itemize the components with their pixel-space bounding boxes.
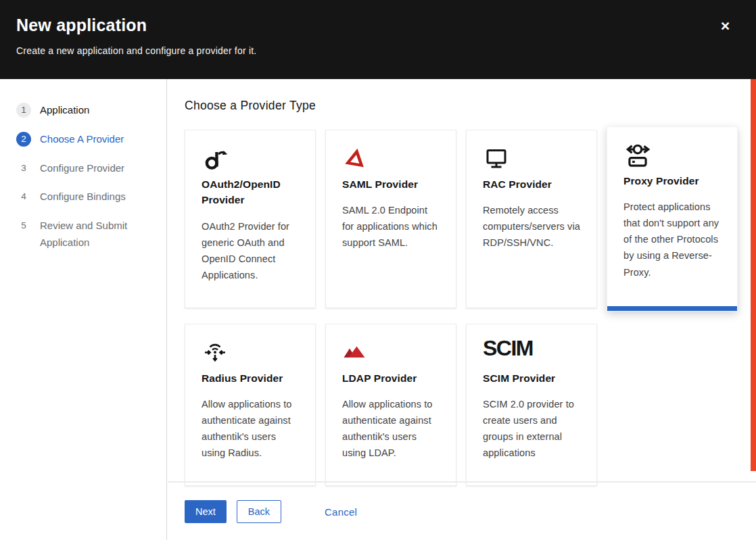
card-description: SAML 2.0 Endpoint for applications which… xyxy=(342,202,440,251)
openid-icon xyxy=(202,145,299,176)
provider-card-ldap[interactable]: LDAP Provider Allow applications to auth… xyxy=(325,324,456,486)
next-button[interactable]: Next xyxy=(185,500,227,523)
scim-wordmark-icon: SCIM xyxy=(483,339,580,370)
provider-card-rac[interactable]: RAC Provider Remotely access computers/s… xyxy=(466,130,597,308)
proxy-icon xyxy=(623,142,721,173)
section-heading: Choose a Provider Type xyxy=(185,99,751,113)
wizard-step-configure-provider[interactable]: 3 Configure Provider xyxy=(0,154,166,183)
provider-card-proxy[interactable]: Proxy Provider Protect applications that… xyxy=(607,126,738,312)
wizard-step-review-and-submit[interactable]: 5 Review and Submit Application xyxy=(0,212,166,257)
card-description: OAuth2 Provider for generic OAuth and Op… xyxy=(202,218,299,283)
step-number: 2 xyxy=(16,132,31,147)
step-label: Choose A Provider xyxy=(40,131,124,148)
step-number: 3 xyxy=(16,161,31,176)
modal-title: New application xyxy=(16,16,740,35)
step-label: Application xyxy=(40,102,89,119)
card-description: Allow applications to authenticate again… xyxy=(342,396,440,461)
wizard-step-choose-a-provider[interactable]: 2 Choose A Provider xyxy=(0,125,166,154)
new-application-wizard-modal: New application Create a new application… xyxy=(0,0,756,540)
radius-icon xyxy=(202,339,299,370)
card-title: OAuth2/OpenID Provider xyxy=(202,176,299,208)
provider-card-radius[interactable]: Radius Provider Allow applications to au… xyxy=(185,324,316,486)
card-title: LDAP Provider xyxy=(342,370,440,386)
step-number: 5 xyxy=(16,218,31,233)
modal-header: New application Create a new application… xyxy=(0,0,756,79)
modal-subtitle: Create a new application and configure a… xyxy=(16,45,740,56)
footer-divider xyxy=(168,481,756,483)
card-title: Proxy Provider xyxy=(623,173,721,189)
scim-wordmark-text: SCIM xyxy=(483,336,533,361)
back-button[interactable]: Back xyxy=(237,500,281,523)
wizard-footer: Next Back Cancel xyxy=(185,500,357,523)
wizard-step-configure-bindings[interactable]: 4 Configure Bindings xyxy=(0,182,166,212)
background-accent-strip xyxy=(751,79,756,471)
provider-card-scim[interactable]: SCIM SCIM Provider SCIM 2.0 provider to … xyxy=(466,324,597,486)
step-label: Review and Submit Application xyxy=(40,218,141,251)
card-title: Radius Provider xyxy=(202,370,299,386)
card-title: SAML Provider xyxy=(342,176,440,192)
provider-type-panel: Choose a Provider Type OAuth2/OpenID Pro… xyxy=(168,79,751,486)
close-icon[interactable]: ✕ xyxy=(717,18,733,35)
step-label: Configure Provider xyxy=(40,160,124,177)
wizard-step-application[interactable]: 1 Application xyxy=(0,96,166,125)
card-description: SCIM 2.0 provider to create users and gr… xyxy=(483,396,580,461)
step-label: Configure Bindings xyxy=(40,189,126,205)
card-description: Protect applications that don't support … xyxy=(623,199,721,280)
monitor-icon xyxy=(483,145,580,176)
card-title: SCIM Provider xyxy=(483,370,580,386)
provider-card-oauth2-openid[interactable]: OAuth2/OpenID Provider OAuth2 Provider f… xyxy=(185,130,316,308)
saml-icon xyxy=(342,145,440,176)
step-number: 1 xyxy=(16,103,31,118)
provider-cards-grid: OAuth2/OpenID Provider OAuth2 Provider f… xyxy=(185,130,751,486)
step-number: 4 xyxy=(16,189,31,204)
card-description: Allow applications to authenticate again… xyxy=(202,396,299,461)
ldap-mountains-icon xyxy=(342,339,440,370)
wizard-steps-sidebar: 1 Application 2 Choose A Provider 3 Conf… xyxy=(0,79,167,540)
card-title: RAC Provider xyxy=(483,176,580,192)
card-description: Remotely access computers/servers via RD… xyxy=(483,202,580,251)
provider-card-saml[interactable]: SAML Provider SAML 2.0 Endpoint for appl… xyxy=(325,130,456,308)
cancel-link[interactable]: Cancel xyxy=(325,506,357,518)
